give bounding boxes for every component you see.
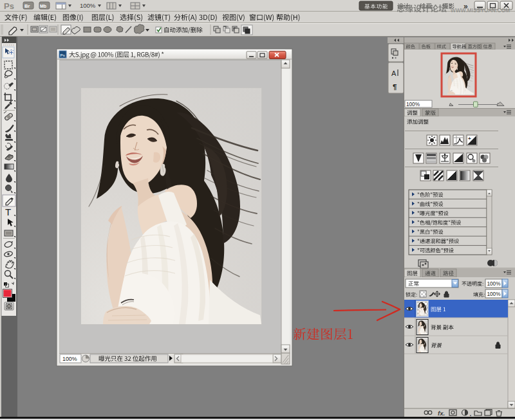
svg-text:100%: 100% [487,291,501,297]
svg-text:¶: ¶ [393,83,397,91]
svg-text:+: + [468,136,471,142]
svg-text:T: T [5,206,11,217]
svg-text:fx.: fx. [438,410,445,417]
svg-text:100%: 100% [487,281,501,287]
svg-text:100%: 100% [406,102,420,107]
svg-text:Br: Br [24,3,30,9]
svg-text:.: . [470,410,472,417]
svg-text:WWW.MISSYUAN.COM: WWW.MISSYUAN.COM [451,8,510,14]
svg-text:100%: 100% [80,2,96,9]
svg-text:Ps: Ps [4,1,14,11]
svg-text:Mb: Mb [40,4,46,8]
svg-text:Ps: Ps [61,53,66,57]
svg-text:A: A [391,69,397,77]
svg-text:100%: 100% [62,356,77,362]
